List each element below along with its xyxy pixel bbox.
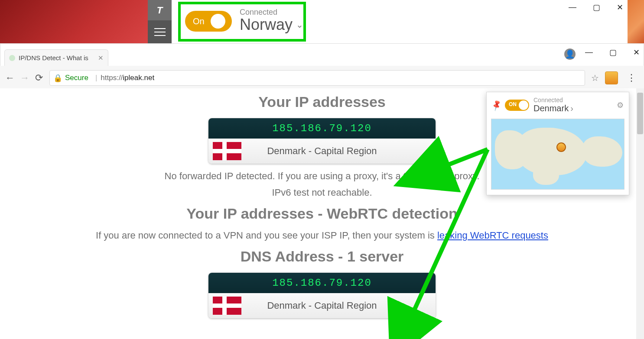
extension-vpn-toggle[interactable]: ON — [505, 100, 529, 111]
ip-location-text: Denmark - Capital Region — [213, 145, 431, 157]
vpn-toggle[interactable]: On — [185, 11, 232, 32]
pin-icon[interactable]: 📌 — [490, 98, 503, 111]
bookmark-star-icon[interactable]: ☆ — [591, 73, 599, 83]
chrome-menu-icon[interactable]: ⋮ — [624, 72, 639, 84]
flag-denmark-icon — [213, 297, 241, 315]
chrome-toolbar: ← → ⟳ 🔒 Secure | https://ipleak.net ☆ ⋮ — [0, 68, 644, 89]
vpn-extension-popup: 📌 ON Connected Denmark› ⚙ — [486, 92, 629, 195]
chrome-window: IP/DNS Detect - What is ✕ 👤 — ▢ ✕ ← → ⟳ … — [0, 43, 644, 339]
toggle-knob — [211, 14, 225, 29]
chevron-right-icon: › — [570, 103, 573, 113]
desktop-wallpaper-right — [628, 0, 644, 43]
webrtc-message: If you are now connected to a VPN and yo… — [26, 230, 618, 241]
back-button[interactable]: ← — [5, 72, 14, 84]
vpn-menu-button[interactable] — [148, 20, 172, 43]
ip-address-value: 185.186.79.120 — [208, 118, 436, 139]
extension-status-label: Connected — [533, 97, 573, 103]
favicon-icon — [9, 55, 15, 61]
close-button[interactable]: ✕ — [617, 3, 623, 12]
section-heading-webrtc: Your IP addresses - WebRTC detection — [0, 205, 644, 222]
dns-result-card: 185.186.79.120 Denmark - Capital Region — [208, 273, 436, 318]
vpn-logo-icon: T — [148, 0, 172, 20]
dns-location-text: Denmark - Capital Region — [213, 300, 431, 311]
vertical-scrollbar[interactable] — [636, 88, 644, 339]
reload-button[interactable]: ⟳ — [35, 72, 43, 84]
flag-denmark-icon — [213, 142, 241, 160]
tab-title: IP/DNS Detect - What is — [19, 54, 88, 61]
extension-toggle-label: ON — [509, 101, 517, 107]
chevron-down-icon: ⌄ — [296, 17, 303, 32]
webrtc-leak-link[interactable]: leaking WebRTC requests — [437, 230, 548, 241]
hamburger-icon — [154, 32, 166, 32]
maximize-button[interactable]: ▢ — [609, 48, 617, 57]
toggle-knob — [519, 100, 528, 110]
dns-ip-value: 185.186.79.120 — [208, 273, 436, 293]
map-server-marker-icon — [556, 142, 566, 152]
vpn-extension-icon[interactable] — [605, 71, 618, 84]
dns-location-row: Denmark - Capital Region — [208, 293, 436, 318]
extension-country: Denmark — [533, 103, 569, 113]
vpn-app-window: T On Connected Norway⌄ — ▢ ✕ — [148, 0, 628, 43]
vpn-country: Norway — [240, 17, 293, 32]
maximize-button[interactable]: ▢ — [593, 3, 600, 12]
vpn-toggle-label: On — [193, 16, 205, 26]
forward-button[interactable]: → — [20, 72, 29, 84]
vpn-window-controls: — ▢ ✕ — [569, 3, 623, 12]
secure-label: Secure — [65, 74, 88, 82]
ip-location-row: Denmark - Capital Region — [208, 139, 436, 164]
minimize-button[interactable]: — — [569, 3, 576, 12]
section-heading-dns: DNS Address - 1 server — [0, 248, 644, 265]
webrtc-message-text: If you are now connected to a VPN and yo… — [96, 230, 437, 241]
url-text: https://ipleak.net — [101, 74, 154, 82]
separator: | — [95, 74, 97, 82]
tab-close-icon[interactable]: ✕ — [98, 54, 104, 62]
extension-world-map[interactable] — [491, 119, 624, 190]
chrome-window-controls: — ▢ ✕ — [585, 48, 640, 57]
lock-icon: 🔒 — [53, 74, 62, 83]
close-button[interactable]: ✕ — [633, 48, 640, 57]
address-bar[interactable]: 🔒 Secure | https://ipleak.net — [49, 70, 585, 86]
vpn-status-block[interactable]: Connected Norway⌄ — [240, 8, 303, 32]
ip-result-card: 185.186.79.120 Denmark - Capital Region — [208, 118, 436, 164]
chrome-tab-strip: IP/DNS Detect - What is ✕ 👤 — ▢ ✕ — [0, 43, 644, 68]
extension-status-block[interactable]: Connected Denmark› — [533, 97, 573, 113]
browser-tab[interactable]: IP/DNS Detect - What is ✕ — [4, 49, 108, 66]
minimize-button[interactable]: — — [585, 48, 593, 57]
gear-icon[interactable]: ⚙ — [617, 100, 624, 110]
chrome-profile-icon[interactable]: 👤 — [564, 48, 576, 60]
desktop-wallpaper-left — [0, 0, 148, 43]
scrollbar-thumb[interactable] — [637, 93, 643, 134]
